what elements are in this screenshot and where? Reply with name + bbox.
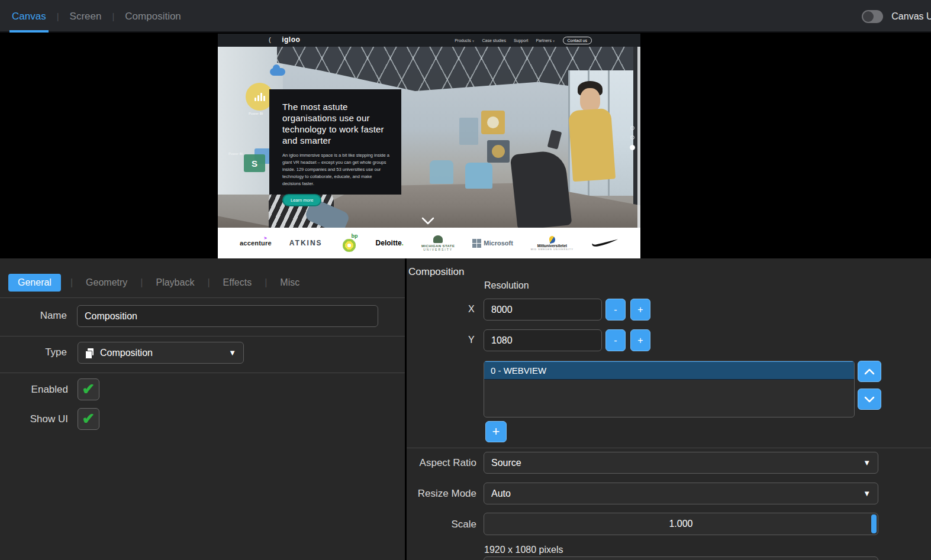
- tab-misc[interactable]: Misc: [276, 277, 303, 288]
- show-ui-label: Show UI: [0, 413, 68, 425]
- powerbi-wall-text: Power BI: [228, 152, 243, 156]
- accenture-logo: >accenture: [240, 239, 272, 247]
- person-figure: [568, 108, 616, 182]
- chevron-down-icon: ∨: [472, 39, 475, 43]
- partial-control: [484, 556, 878, 560]
- name-label: Name: [0, 310, 67, 322]
- bp-logo: bp: [340, 233, 358, 253]
- mitt-flame-icon: [549, 235, 556, 244]
- enabled-checkbox[interactable]: ✔: [78, 378, 99, 400]
- move-layer-up-button[interactable]: [858, 361, 881, 382]
- topbar-right-group: Canvas UI: [862, 0, 931, 33]
- aspect-ratio-dropdown[interactable]: Source ▼: [484, 452, 878, 474]
- tab-geometry[interactable]: Geometry: [82, 277, 131, 288]
- hero-heading: The most astute organisations use our te…: [282, 101, 391, 146]
- accenture-mark: >: [264, 235, 267, 241]
- scale-slider[interactable]: 1.000: [484, 513, 878, 535]
- tab-canvas[interactable]: Canvas: [9, 0, 49, 33]
- michigan-state-logo: MICHIGAN STATE UNIVERSITY: [421, 235, 455, 251]
- microsoft-squares-icon: [472, 239, 481, 248]
- deloitte-logo: Deloitte.: [376, 239, 404, 247]
- chair: [510, 150, 572, 228]
- divider: [0, 373, 405, 373]
- y-decrement-button[interactable]: -: [605, 329, 626, 351]
- tab-playback[interactable]: Playback: [152, 277, 198, 288]
- name-input[interactable]: [77, 305, 378, 327]
- nav-contact-us-button[interactable]: Contact us: [563, 37, 592, 44]
- composition-type-icon: [85, 348, 94, 358]
- igloo-logo-arc: (: [269, 36, 271, 43]
- canvas-viewport: (igloo Products ∨ Case studies Support P…: [0, 34, 931, 258]
- client-logo-strip: >accenture ATKINS bp Deloitte. MICHIGAN …: [218, 228, 640, 258]
- canvas-ui-toggle[interactable]: [862, 10, 883, 23]
- divider: [0, 297, 405, 298]
- learn-more-button[interactable]: Learn more: [282, 194, 321, 206]
- chevron-up-icon: [864, 368, 875, 375]
- nav-case-studies[interactable]: Case studies: [482, 38, 505, 43]
- x-increment-button[interactable]: +: [630, 299, 650, 321]
- powerbi-wall-text: Power BI: [249, 112, 263, 115]
- resolution-y-input[interactable]: [484, 329, 602, 351]
- cloud-icon: [270, 68, 285, 76]
- tab-separator: |: [140, 277, 143, 288]
- tab-separator: |: [57, 11, 59, 21]
- scale-slider-handle[interactable]: [871, 514, 877, 533]
- top-tab-bar: Canvas | Screen | Composition: [9, 0, 183, 33]
- webview-preview[interactable]: (igloo Products ∨ Case studies Support P…: [218, 34, 640, 258]
- resize-mode-label: Resize Mode: [407, 488, 476, 500]
- check-icon: ✔: [82, 380, 95, 399]
- tab-separator: |: [112, 11, 114, 21]
- enabled-label: Enabled: [0, 384, 68, 396]
- scroll-down-chevron-icon[interactable]: [421, 217, 434, 225]
- resolution-x-input[interactable]: [484, 299, 602, 321]
- wall-art: [459, 118, 478, 145]
- mittuniversitetet-logo: Mittuniversitetet MID SWEDEN UNIVERSITY: [531, 236, 574, 251]
- scale-label: Scale: [407, 519, 476, 530]
- preview-nav-links: Products ∨ Case studies Support Partners…: [455, 34, 592, 47]
- sharepoint-logo: S: [244, 154, 265, 172]
- add-layer-button[interactable]: +: [485, 421, 507, 442]
- x-decrement-button[interactable]: -: [605, 299, 626, 321]
- nav-support[interactable]: Support: [514, 38, 529, 43]
- carousel-dot[interactable]: [630, 135, 634, 140]
- carousel-dot[interactable]: [630, 126, 634, 130]
- check-icon: ✔: [82, 410, 95, 428]
- canvas-ui-toggle-label: Canvas UI: [891, 11, 931, 22]
- person-figure: [580, 88, 600, 112]
- bp-sun-icon: [343, 239, 356, 252]
- igloo-logo[interactable]: (igloo: [269, 35, 300, 44]
- phone: [547, 130, 562, 149]
- layer-item-webview[interactable]: 0 - WEBVIEW: [484, 361, 854, 380]
- dropdown-arrow-icon: ▼: [228, 348, 236, 357]
- powerbi-bars-icon: [255, 93, 265, 101]
- tab-screen[interactable]: Screen: [67, 0, 104, 33]
- show-ui-checkbox[interactable]: ✔: [78, 408, 99, 430]
- tab-separator: |: [207, 277, 210, 288]
- hero-body-text: An igloo immersive space is a bit like s…: [282, 152, 391, 187]
- microsoft-logo: Microsoft: [472, 239, 513, 248]
- carousel-dot-active[interactable]: [630, 145, 635, 150]
- move-layer-down-button[interactable]: [858, 389, 881, 410]
- divider: [407, 448, 931, 448]
- chair: [430, 160, 453, 184]
- webview-scrollbar[interactable]: [637, 47, 640, 228]
- type-dropdown[interactable]: Composition ▼: [78, 342, 244, 364]
- y-increment-button[interactable]: +: [630, 329, 650, 351]
- nav-partners[interactable]: Partners ∨: [536, 38, 555, 43]
- nav-products[interactable]: Products ∨: [455, 38, 474, 43]
- y-axis-label: Y: [468, 335, 475, 345]
- carousel-dots: [630, 126, 635, 150]
- toggle-knob: [863, 11, 874, 22]
- output-size-text: 1920 x 1080 pixels: [484, 545, 563, 555]
- resize-mode-dropdown[interactable]: Auto ▼: [484, 483, 878, 504]
- hero-photo: Power BI Power BI S The most astute orga…: [218, 47, 640, 228]
- tab-effects[interactable]: Effects: [220, 277, 256, 288]
- panel-title: Composition: [408, 266, 465, 278]
- divider: [0, 336, 405, 336]
- aspect-ratio-label: Aspect Ratio: [407, 457, 476, 469]
- object-properties-panel: General | Geometry | Playback | Effects …: [0, 258, 405, 560]
- chair: [465, 163, 492, 189]
- atkins-logo: ATKINS: [289, 239, 323, 247]
- tab-composition[interactable]: Composition: [123, 0, 183, 33]
- tab-general[interactable]: General: [8, 274, 61, 292]
